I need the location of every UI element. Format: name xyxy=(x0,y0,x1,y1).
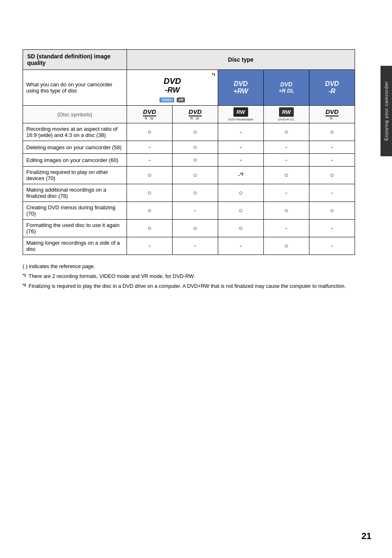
page-number: 21 xyxy=(362,531,371,542)
cell-recording-movies-dvd-rw-vr: ○ xyxy=(172,123,218,141)
cell-finalizing-dvd-plus-r-dl: ○ xyxy=(263,167,309,184)
symbol-dvd-rw-vr: DVD R W xyxy=(172,106,218,123)
cell-editing-dvd-plus-r-dl: - xyxy=(263,154,309,167)
row-editing-images: Editing images on your camcorder (60) - … xyxy=(23,154,355,167)
feature-finalizing: Finalizing required to play on other dev… xyxy=(23,167,127,184)
disc-type-feature-label: What you can do on your camcorder using … xyxy=(23,70,127,106)
feature-formatting: Formatting the used disc to use it again… xyxy=(23,220,127,237)
disc-dvd-rw-header: *1 DVD -RW VIDEO VR xyxy=(127,70,218,106)
cell-longer-dvd-minus-r: - xyxy=(309,237,355,255)
disc-type-row: What you can do on your camcorder using … xyxy=(23,70,355,106)
row-longer-recordings: Making longer recordings on a side of a … xyxy=(23,237,355,255)
cell-additional-dvd-rw-vr: ○ xyxy=(172,184,218,202)
row-deleting-images: Deleting images on your camcorder (58) -… xyxy=(23,141,355,154)
symbol-row: (Disc symbols) DVD R W DVD R W RW DVD+Re… xyxy=(23,106,355,123)
header-disc-type-col: Disc type xyxy=(127,50,355,70)
symbol-dvd-plus-r-dl: RW DVD+R DL xyxy=(263,106,309,123)
cell-formatting-dvd-rw-video: ○ xyxy=(127,220,172,237)
cell-deleting-dvd-plus-r-dl: - xyxy=(263,141,309,154)
cell-longer-dvd-rw-video: - xyxy=(127,237,172,255)
row-finalizing: Finalizing required to play on other dev… xyxy=(23,167,355,184)
cell-recording-movies-dvd-minus-r: ○ xyxy=(309,123,355,141)
cell-longer-dvd-plus-r-dl: ○ xyxy=(263,237,309,255)
note-2: *2 Finalizing is required to play the di… xyxy=(23,282,355,290)
cell-deleting-dvd-minus-r: - xyxy=(309,141,355,154)
row-dvd-menus: Creating DVD menus during finalizing (70… xyxy=(23,202,355,220)
badge-vr: VR xyxy=(177,97,185,102)
cell-deleting-dvd-plus-rw: - xyxy=(218,141,263,154)
note-1: *1 There are 2 recording formats, VIDEO … xyxy=(23,272,355,280)
cell-deleting-dvd-rw-vr: ○ xyxy=(172,141,218,154)
cell-formatting-dvd-plus-rw: ○ xyxy=(218,220,263,237)
row-formatting: Formatting the used disc to use it again… xyxy=(23,220,355,237)
header-row: SD (standard definition) image quality D… xyxy=(23,50,355,70)
disc-symbol-label: (Disc symbols) xyxy=(23,106,127,123)
cell-formatting-dvd-rw-vr: ○ xyxy=(172,220,218,237)
cell-recording-movies-dvd-rw-video: ○ xyxy=(127,123,172,141)
cell-finalizing-dvd-minus-r: ○ xyxy=(309,167,355,184)
cell-recording-movies-dvd-plus-rw: - xyxy=(218,123,263,141)
badge-video: VIDEO xyxy=(159,97,174,102)
disc-dvd-minus-r-header: DVD -R xyxy=(309,70,355,106)
cell-finalizing-dvd-rw-vr: ○ xyxy=(172,167,218,184)
feature-recording-movies: Recording movies at an aspect ratio of 1… xyxy=(23,123,127,141)
cell-recording-movies-dvd-plus-r-dl: ○ xyxy=(263,123,309,141)
cell-formatting-dvd-minus-r: - xyxy=(309,220,355,237)
cell-editing-dvd-minus-r: - xyxy=(309,154,355,167)
main-content: SD (standard definition) image quality D… xyxy=(23,49,355,290)
symbol-dvd-rw-video: DVD R W xyxy=(127,106,172,123)
symbol-dvd-plus-rw: RW DVD+ReWritable xyxy=(218,106,263,123)
cell-deleting-dvd-rw-video: - xyxy=(127,141,172,154)
header-feature-col: SD (standard definition) image quality xyxy=(23,50,127,70)
cell-editing-dvd-rw-vr: ○ xyxy=(172,154,218,167)
cell-menus-dvd-plus-r-dl: ○ xyxy=(263,202,309,220)
cell-finalizing-dvd-rw-video: ○ xyxy=(127,167,172,184)
cell-longer-dvd-plus-rw: - xyxy=(218,237,263,255)
cell-additional-dvd-plus-r-dl: - xyxy=(263,184,309,202)
cell-editing-dvd-plus-rw: - xyxy=(218,154,263,167)
row-additional-recordings: Making additional recordings on a finali… xyxy=(23,184,355,202)
disc-dvd-plus-rw-header: DVD +RW xyxy=(218,70,263,106)
disc-dvd-plus-r-dl-header: DVD +R DL xyxy=(263,70,309,106)
feature-longer-recordings: Making longer recordings on a side of a … xyxy=(23,237,127,255)
cell-editing-dvd-rw-video: - xyxy=(127,154,172,167)
side-tab: Enjoying your camcorder xyxy=(380,66,392,156)
row-recording-movies: Recording movies at an aspect ratio of 1… xyxy=(23,123,355,141)
cell-formatting-dvd-plus-r-dl: - xyxy=(263,220,309,237)
notes-section: ( ) indicates the reference page. *1 The… xyxy=(23,262,355,290)
cell-menus-dvd-plus-rw: ○ xyxy=(218,202,263,220)
cell-menus-dvd-minus-r: ○ xyxy=(309,202,355,220)
feature-deleting-images: Deleting images on your camcorder (58) xyxy=(23,141,127,154)
cell-longer-dvd-rw-vr: - xyxy=(172,237,218,255)
feature-editing-images: Editing images on your camcorder (60) xyxy=(23,154,127,167)
feature-additional-recordings: Making additional recordings on a finali… xyxy=(23,184,127,202)
disc-comparison-table: SD (standard definition) image quality D… xyxy=(23,49,355,255)
note-paren: ( ) indicates the reference page. xyxy=(23,262,355,271)
cell-menus-dvd-rw-vr: - xyxy=(172,202,218,220)
feature-dvd-menus: Creating DVD menus during finalizing (70… xyxy=(23,202,127,220)
symbol-dvd-minus-r: DVD R xyxy=(309,106,355,123)
cell-finalizing-dvd-plus-rw: -*2 xyxy=(218,167,263,184)
cell-additional-dvd-plus-rw: ○ xyxy=(218,184,263,202)
cell-menus-dvd-rw-video: ○ xyxy=(127,202,172,220)
cell-additional-dvd-minus-r: - xyxy=(309,184,355,202)
cell-additional-dvd-rw-video: ○ xyxy=(127,184,172,202)
